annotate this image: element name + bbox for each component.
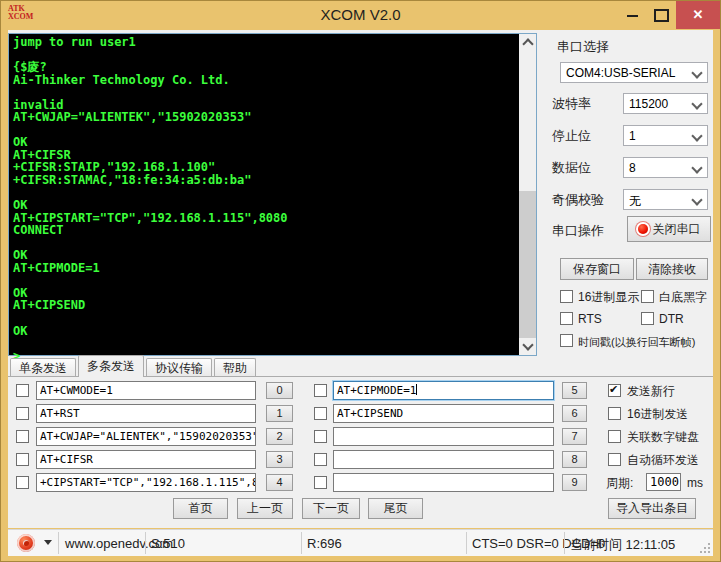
import-export-button[interactable]: 导入导出条目 bbox=[608, 498, 696, 519]
send-row-1-input[interactable]: AT+RST bbox=[36, 404, 256, 423]
databits-label: 数据位 bbox=[552, 161, 591, 175]
status-bar: www.openedv.com S:510 R:696 CTS=0 DSR=0 … bbox=[8, 529, 713, 556]
tab-protocol[interactable]: 协议传输 bbox=[146, 358, 212, 377]
close-port-label: 关闭串口 bbox=[653, 221, 701, 238]
send-row-5-checkbox[interactable] bbox=[314, 384, 327, 397]
terminal-scrollbar[interactable] bbox=[519, 34, 536, 355]
send-row-6-button[interactable]: 6 bbox=[562, 405, 587, 422]
resize-grip[interactable] bbox=[700, 543, 710, 553]
terminal-output: jump to run user1 {$庱? Ai-Thinker Techno… bbox=[13, 36, 288, 362]
text-cursor bbox=[416, 384, 417, 395]
white-bg-checkbox[interactable] bbox=[641, 290, 654, 303]
period-label: 周期: bbox=[606, 476, 633, 490]
port-select[interactable]: COM4:USB-SERIAL bbox=[560, 62, 708, 83]
operation-label: 串口操作 bbox=[552, 224, 604, 238]
send-row-5-button[interactable]: 5 bbox=[562, 382, 587, 399]
send-row-4-value: +CIPSTART="TCP","192.168.1.115",8080 bbox=[40, 476, 256, 489]
send-row-6-input[interactable]: AT+CIPSEND bbox=[333, 404, 554, 423]
auto-cycle-checkbox[interactable] bbox=[608, 453, 621, 466]
save-window-button[interactable]: 保存窗口 bbox=[560, 258, 634, 280]
send-newline-checkbox[interactable] bbox=[608, 384, 621, 397]
send-newline-label: 发送新行 bbox=[627, 384, 675, 398]
send-row-4-input[interactable]: +CIPSTART="TCP","192.168.1.115",8080 bbox=[36, 473, 256, 492]
send-row-3-checkbox[interactable] bbox=[16, 453, 29, 466]
timestamp-checkbox[interactable] bbox=[560, 334, 573, 347]
status-dropdown-icon[interactable] bbox=[44, 540, 52, 545]
chevron-down-icon bbox=[691, 130, 702, 141]
send-row-1-checkbox[interactable] bbox=[16, 407, 29, 420]
white-bg-label: 白底黑字 bbox=[659, 290, 707, 304]
scroll-down-icon[interactable] bbox=[519, 338, 536, 355]
send-row-7-button[interactable]: 7 bbox=[562, 428, 587, 445]
send-row-2-checkbox[interactable] bbox=[16, 430, 29, 443]
prev-page-button[interactable]: 上一页 bbox=[237, 498, 293, 519]
port-section-label: 串口选择 bbox=[557, 40, 609, 54]
send-row-2-button[interactable]: 2 bbox=[266, 428, 293, 445]
minimize-icon bbox=[627, 15, 638, 17]
divider bbox=[466, 532, 467, 554]
rts-checkbox[interactable] bbox=[560, 312, 573, 325]
minimize-button[interactable] bbox=[620, 1, 646, 29]
dtr-checkbox[interactable] bbox=[641, 312, 654, 325]
stopbits-select[interactable]: 1 bbox=[623, 125, 708, 146]
send-row-4-button[interactable]: 4 bbox=[266, 474, 293, 491]
databits-select[interactable]: 8 bbox=[623, 157, 708, 178]
send-row-2-value: AT+CWJAP="ALIENTEK","15902020353" bbox=[40, 430, 256, 443]
send-row-0-input[interactable]: AT+CWMODE=1 bbox=[36, 381, 256, 400]
send-row-0-checkbox[interactable] bbox=[16, 384, 29, 397]
next-page-button[interactable]: 下一页 bbox=[302, 498, 360, 519]
receive-terminal[interactable]: jump to run user1 {$庱? Ai-Thinker Techno… bbox=[8, 33, 537, 356]
send-row-7-input[interactable] bbox=[333, 427, 554, 446]
baud-select[interactable]: 115200 bbox=[623, 93, 708, 114]
divider bbox=[564, 532, 565, 554]
close-button[interactable]: ✕ bbox=[676, 1, 720, 29]
send-mode-tabs: 单条发送 多条发送 协议传输 帮助 bbox=[10, 355, 258, 377]
first-page-button[interactable]: 首页 bbox=[173, 498, 228, 519]
send-row-5-input[interactable]: AT+CIPMODE=1 bbox=[333, 381, 554, 400]
send-row-0-value: AT+CWMODE=1 bbox=[40, 384, 113, 397]
clear-receive-button[interactable]: 清除接收 bbox=[636, 258, 708, 280]
chevron-down-icon bbox=[691, 98, 702, 109]
send-row-8-checkbox[interactable] bbox=[314, 453, 327, 466]
scrollbar-thumb[interactable] bbox=[519, 191, 536, 341]
send-row-8-button[interactable]: 8 bbox=[562, 451, 587, 468]
numpad-link-checkbox[interactable] bbox=[608, 430, 621, 443]
hex-display-checkbox[interactable] bbox=[560, 290, 573, 303]
titlebar: ATK XCOM XCOM V2.0 ✕ bbox=[0, 0, 721, 30]
send-row-2-input[interactable]: AT+CWJAP="ALIENTEK","15902020353" bbox=[36, 427, 256, 446]
send-row-3-input[interactable]: AT+CIFSR bbox=[36, 450, 256, 469]
stopbits-select-value: 1 bbox=[629, 129, 636, 143]
send-row-1-value: AT+RST bbox=[40, 407, 80, 420]
send-row-6-checkbox[interactable] bbox=[314, 407, 327, 420]
send-row-9-checkbox[interactable] bbox=[314, 476, 327, 489]
divider bbox=[145, 532, 146, 554]
hex-send-checkbox[interactable] bbox=[608, 407, 621, 420]
rts-label: RTS bbox=[578, 312, 602, 326]
send-row-9-input[interactable] bbox=[333, 473, 554, 492]
dtr-label: DTR bbox=[659, 312, 684, 326]
send-row-3-button[interactable]: 3 bbox=[266, 451, 293, 468]
send-row-1-button[interactable]: 1 bbox=[266, 405, 293, 422]
maximize-button[interactable] bbox=[648, 1, 674, 29]
period-input[interactable]: 1000 bbox=[646, 473, 681, 491]
last-page-button[interactable]: 尾页 bbox=[368, 498, 423, 519]
send-row-0-button[interactable]: 0 bbox=[266, 382, 293, 399]
close-port-button[interactable]: 关闭串口 bbox=[627, 216, 711, 242]
parity-select[interactable]: 无 bbox=[623, 189, 708, 210]
tab-single-send[interactable]: 单条发送 bbox=[10, 358, 76, 377]
tab-multi-send[interactable]: 多条发送 bbox=[78, 355, 144, 377]
tab-help[interactable]: 帮助 bbox=[214, 358, 256, 377]
scroll-up-icon[interactable] bbox=[519, 34, 536, 51]
send-row-8-input[interactable] bbox=[333, 450, 554, 469]
xcom-window: { "window": { "title": "XCOM V2.0", "log… bbox=[0, 0, 721, 562]
alientek-logo-icon[interactable] bbox=[17, 534, 35, 552]
chevron-down-icon bbox=[691, 67, 702, 78]
send-row-4-checkbox[interactable] bbox=[16, 476, 29, 489]
port-select-value: COM4:USB-SERIAL bbox=[566, 66, 675, 80]
send-row-9-button[interactable]: 9 bbox=[562, 474, 587, 491]
numpad-link-label: 关联数字键盘 bbox=[627, 430, 699, 444]
send-row-3-value: AT+CIFSR bbox=[40, 453, 93, 466]
send-row-7-checkbox[interactable] bbox=[314, 430, 327, 443]
timestamp-label: 时间戳(以换行回车断帧) bbox=[578, 335, 695, 349]
stopbits-label: 停止位 bbox=[552, 129, 591, 143]
